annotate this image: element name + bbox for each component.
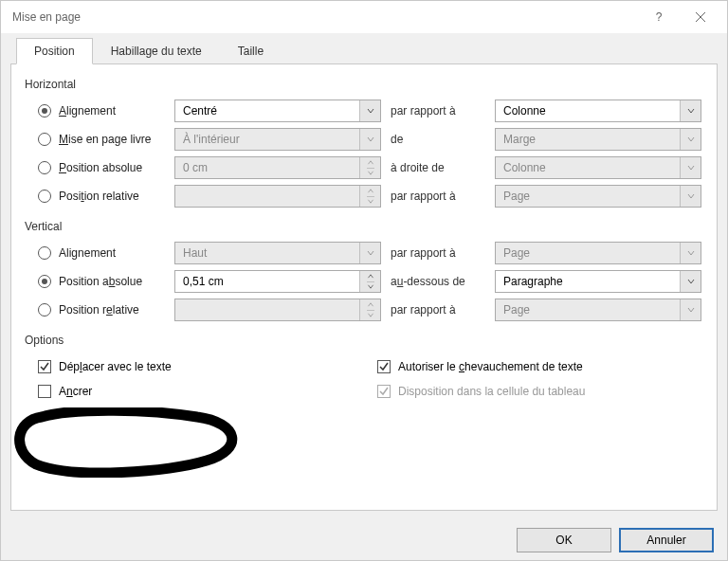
group-horizontal-label: Horizontal: [25, 78, 703, 91]
chevron-down-icon: [359, 129, 380, 150]
window-title: Mise en page: [12, 10, 638, 24]
spinner-v-posrel: [174, 299, 381, 321]
chevron-down-icon: [680, 129, 701, 150]
checkbox-ancrer-label: Ancrer: [59, 385, 92, 398]
radio-v-alignement[interactable]: [38, 246, 51, 260]
checkbox-chevauchement[interactable]: [377, 360, 391, 373]
spinner-h-posabs: 0 cm: [174, 156, 381, 179]
chevron-up-icon: [367, 186, 374, 197]
v-posabs-rel-label: au-dessous de: [391, 275, 485, 288]
chevron-up-icon: [367, 299, 374, 311]
combo-h-miseenpage-rel: Marge: [495, 128, 701, 151]
chevron-up-icon: [367, 157, 374, 169]
spinner-buttons[interactable]: [359, 271, 380, 292]
radio-h-posabs-label: Position absolue: [59, 161, 142, 174]
close-icon: [695, 11, 706, 23]
combo-h-posrel-rel: Page: [495, 185, 701, 208]
titlebar: Mise en page ?: [1, 1, 727, 33]
chevron-down-icon: [680, 186, 701, 207]
chevron-down-icon[interactable]: [680, 100, 701, 121]
h-alignement-rel-label: par rapport à: [391, 104, 485, 118]
radio-v-posabs-label: Position absolue: [59, 275, 142, 288]
chevron-down-icon: [680, 157, 701, 178]
radio-h-posrel-label: Position relative: [59, 190, 139, 203]
checkbox-disposition: [377, 385, 391, 398]
v-alignement-rel-label: par rapport à: [391, 246, 485, 260]
checkbox-chevauchement-label: Autoriser le chevauchement de texte: [398, 360, 583, 373]
h-miseenpage-rel-label: de: [391, 133, 485, 146]
radio-h-posrel[interactable]: [38, 190, 51, 203]
dialog-buttons: OK Annuler: [517, 528, 714, 552]
tab-taille[interactable]: Taille: [220, 38, 282, 64]
tab-habillage[interactable]: Habillage du texte: [93, 38, 220, 64]
chevron-down-icon: [680, 299, 701, 320]
chevron-down-icon: [359, 243, 380, 263]
h-posrel-rel-label: par rapport à: [391, 190, 485, 203]
radio-h-alignement[interactable]: [38, 104, 51, 118]
spinner-buttons: [359, 157, 380, 178]
checkbox-ancrer[interactable]: [38, 385, 51, 398]
radio-v-posrel[interactable]: [38, 303, 51, 317]
tab-position[interactable]: Position: [16, 38, 93, 64]
radio-h-alignement-label: Alignement: [59, 104, 116, 118]
ok-button[interactable]: OK: [517, 528, 611, 552]
combo-h-alignement-rel[interactable]: Colonne: [495, 100, 701, 122]
chevron-down-icon: [367, 169, 374, 179]
combo-h-miseenpage: À l'intérieur: [174, 128, 381, 151]
spinner-buttons: [359, 186, 380, 207]
chevron-up-icon[interactable]: [367, 271, 374, 282]
checkbox-disposition-label: Disposition dans la cellule du tableau: [398, 385, 585, 398]
combo-v-alignement: Haut: [174, 242, 381, 264]
layout-dialog: Mise en page ? Position Habillage du tex…: [0, 0, 728, 561]
checkbox-deplacer[interactable]: [38, 360, 51, 373]
radio-v-posabs[interactable]: [38, 275, 51, 288]
annuler-button[interactable]: Annuler: [619, 528, 714, 552]
spinner-v-posabs[interactable]: 0,51 cm: [174, 270, 381, 293]
group-options-label: Options: [25, 334, 703, 347]
radio-h-miseenpage[interactable]: [38, 133, 51, 146]
help-button[interactable]: ?: [638, 3, 680, 31]
tab-page-position: Horizontal Alignement Centré par rapport…: [10, 63, 718, 511]
combo-v-alignement-rel: Page: [495, 242, 701, 264]
combo-h-posabs-rel: Colonne: [495, 156, 701, 179]
radio-v-alignement-label: Alignement: [59, 246, 116, 260]
radio-h-miseenpage-label: Mise en page livre: [59, 133, 151, 146]
checkbox-deplacer-label: Déplacer avec le texte: [59, 360, 172, 373]
combo-h-alignement[interactable]: Centré: [174, 100, 381, 122]
radio-h-posabs[interactable]: [38, 161, 51, 174]
chevron-down-icon[interactable]: [680, 271, 701, 292]
h-posabs-rel-label: à droite de: [391, 161, 485, 174]
radio-v-posrel-label: Position relative: [59, 303, 139, 317]
tabstrip: Position Habillage du texte Taille: [16, 39, 718, 64]
chevron-down-icon: [680, 243, 701, 263]
chevron-down-icon: [367, 311, 374, 321]
chevron-down-icon[interactable]: [367, 282, 374, 293]
chevron-down-icon: [367, 197, 374, 208]
chevron-down-icon[interactable]: [359, 100, 380, 121]
v-posrel-rel-label: par rapport à: [391, 303, 485, 317]
spinner-buttons: [359, 299, 380, 320]
group-vertical-label: Vertical: [25, 220, 703, 233]
combo-v-posabs-rel[interactable]: Paragraphe: [495, 270, 701, 293]
close-button[interactable]: [680, 3, 721, 31]
spinner-h-posrel: [174, 185, 381, 208]
combo-v-posrel-rel: Page: [495, 299, 701, 321]
ink-annotation: [8, 407, 254, 478]
